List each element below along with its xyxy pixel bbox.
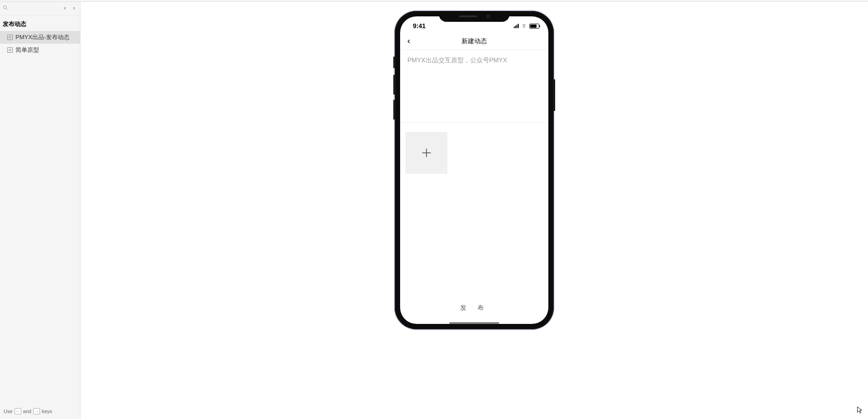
sidebar-header <box>0 2 80 15</box>
back-button[interactable] <box>406 38 412 45</box>
sidebar: 发布动态 PMYX出品-发布动态 简单原型 Use ← and → keys <box>0 2 80 419</box>
add-media-button[interactable] <box>406 132 447 174</box>
status-time: 9:41 <box>413 22 426 30</box>
phone-side-button <box>393 56 395 68</box>
phone-side-button <box>393 75 395 95</box>
phone-side-button <box>554 79 555 111</box>
phone-screen: 9:41 新建动态 PMYX出品交互 <box>400 16 548 324</box>
search-icon[interactable] <box>3 5 62 12</box>
footer-mid: and <box>23 409 31 414</box>
content-area: PMYX出品交互原型，公众号PMYX <box>400 50 548 297</box>
sidebar-group-title: 发布动态 <box>0 15 80 31</box>
camera-icon <box>486 15 490 18</box>
main-layout: 发布动态 PMYX出品-发布动态 简单原型 Use ← and → keys <box>0 2 868 419</box>
sidebar-item-label: 简单原型 <box>15 46 39 54</box>
svg-line-1 <box>6 9 8 10</box>
keycap-left: ← <box>15 408 21 414</box>
canvas: 9:41 新建动态 PMYX出品交互 <box>80 2 868 419</box>
nav-next-icon[interactable] <box>71 5 77 12</box>
keycap-right: → <box>33 408 40 414</box>
page-icon <box>7 35 13 40</box>
media-area <box>400 123 548 183</box>
signal-icon <box>514 24 519 28</box>
status-icons <box>514 24 539 29</box>
svg-point-0 <box>4 6 7 9</box>
post-text-input[interactable]: PMYX出品交互原型，公众号PMYX <box>400 50 548 123</box>
speaker-icon <box>459 15 477 17</box>
home-indicator[interactable] <box>449 322 499 324</box>
sidebar-item-label: PMYX出品-发布动态 <box>15 33 70 41</box>
phone-notch <box>439 11 510 22</box>
nav-arrows <box>62 5 77 12</box>
phone-side-button <box>393 100 395 120</box>
sidebar-footer: Use ← and → keys <box>0 404 80 419</box>
publish-button[interactable]: 发 布 <box>400 297 548 319</box>
cursor-icon <box>856 405 863 414</box>
sidebar-item-pmyx[interactable]: PMYX出品-发布动态 <box>0 31 80 44</box>
nav-bar: 新建动态 <box>400 33 548 50</box>
nav-title: 新建动态 <box>462 37 487 45</box>
footer-suffix: keys <box>42 409 52 414</box>
sidebar-item-simple[interactable]: 简单原型 <box>0 44 80 56</box>
wifi-icon <box>521 24 527 29</box>
footer-prefix: Use <box>4 409 13 414</box>
nav-prev-icon[interactable] <box>62 5 68 12</box>
page-icon <box>7 47 13 53</box>
battery-icon <box>529 24 539 29</box>
phone-frame: 9:41 新建动态 PMYX出品交互 <box>395 11 554 329</box>
plus-icon <box>420 146 433 159</box>
